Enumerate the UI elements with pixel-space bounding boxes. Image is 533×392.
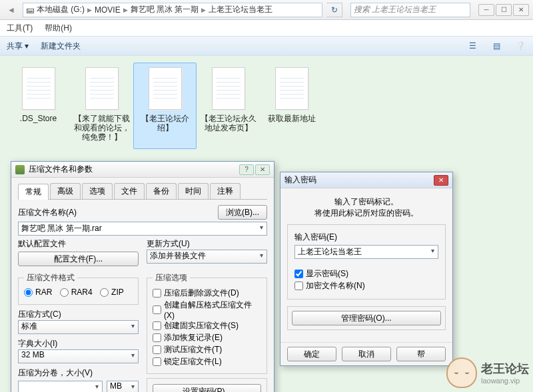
format-legend: 压缩文件格式 [24, 272, 77, 284]
watermark-face-icon [446, 357, 477, 388]
file-label: .DS_Store [20, 114, 57, 123]
menu-tools[interactable]: 工具(T) [7, 23, 33, 34]
set-password-button[interactable]: 设置密码(P)... [153, 384, 261, 392]
chevron-right-icon: ▶ [123, 7, 128, 13]
file-label: 获取最新地址 [268, 114, 316, 123]
menu-help[interactable]: 帮助(H) [45, 23, 72, 34]
split-size-input[interactable] [18, 381, 103, 393]
opt-lock[interactable]: 锁定压缩文件(L) [153, 356, 222, 367]
refresh-button[interactable]: ↻ [326, 3, 342, 17]
method-label: 压缩方式(C) [18, 309, 139, 320]
breadcrumb[interactable]: 🖴 本地磁盘 (G:) ▶ MOVIE ▶ 舞艺吧 黑冰 第一期 ▶ 上老王论坛… [23, 3, 322, 17]
rar-tabstrip: 常规高级选项文件备份时间注释 [18, 183, 267, 200]
update-select[interactable]: 添加并替换文件 [147, 250, 267, 264]
file-icon [275, 67, 308, 110]
pwd-titlebar[interactable]: 输入密码 ✕ [280, 172, 452, 188]
crumb-drive[interactable]: 本地磁盘 (G:) [37, 4, 85, 15]
file-item[interactable]: 【老王论坛介绍】 [133, 63, 197, 149]
pwd-label: 输入密码(E) [294, 232, 438, 243]
file-label: 【老王论坛永久地址发布页】 [199, 114, 258, 132]
rar-dialog: 压缩文件名和参数 ? ✕ 常规高级选项文件备份时间注释 压缩文件名称(A) 浏览… [11, 161, 274, 392]
dict-label: 字典大小(I) [18, 338, 139, 349]
pwd-title: 输入密码 [284, 174, 316, 186]
chevron-right-icon: ▶ [87, 7, 92, 13]
maximize-button[interactable]: ☐ [496, 4, 512, 16]
file-item[interactable]: .DS_Store [7, 63, 70, 149]
file-item[interactable]: 【老王论坛永久地址发布页】 [197, 63, 260, 149]
chevron-right-icon: ▶ [201, 7, 206, 13]
watermark-url: laowang.vip [481, 377, 520, 385]
radio-rar[interactable]: RAR [24, 288, 52, 297]
rar-titlebar[interactable]: 压缩文件名和参数 ? ✕ [11, 162, 274, 178]
view-list-icon[interactable]: ☰ [466, 40, 478, 52]
rar-tab[interactable]: 选项 [82, 183, 113, 199]
file-label: 【来了就能下载和观看的论坛，纯免费！】 [72, 114, 131, 142]
crumb-p1[interactable]: MOVIE [95, 5, 121, 15]
filename-input[interactable] [18, 222, 267, 236]
crumb-p2[interactable]: 舞艺吧 黑冰 第一期 [131, 4, 199, 15]
rar-tab[interactable]: 备份 [146, 183, 177, 199]
file-item[interactable]: 【来了就能下载和观看的论坛，纯免费！】 [70, 63, 133, 149]
menu-bar: 工具(T) 帮助(H) [0, 20, 533, 36]
pwd-close-button[interactable]: ✕ [434, 175, 448, 186]
pwd-input[interactable] [294, 245, 438, 259]
radio-zip[interactable]: ZIP [100, 288, 124, 297]
rar-tab[interactable]: 常规 [18, 184, 49, 200]
back-button[interactable]: ◄ [4, 3, 19, 17]
pwd-line1: 输入了密码标记。 [287, 196, 446, 208]
toolbar-newfolder[interactable]: 新建文件夹 [41, 41, 81, 52]
rar-tab[interactable]: 高级 [50, 183, 81, 199]
rar-tab[interactable]: 文件 [114, 183, 145, 199]
rar-app-icon [15, 165, 25, 174]
toolbar-share[interactable]: 共享 ▾ [7, 41, 29, 52]
file-icon [85, 67, 119, 110]
address-bar: ◄ 🖴 本地磁盘 (G:) ▶ MOVIE ▶ 舞艺吧 黑冰 第一期 ▶ 上老王… [0, 0, 533, 20]
manage-pwd-button[interactable]: 管理密码(O)... [292, 311, 441, 325]
watermark: 老王论坛 laowang.vip [446, 357, 529, 388]
window-controls: ─ ☐ ✕ [478, 4, 529, 16]
help-icon[interactable]: ❔ [514, 40, 526, 52]
pwd-help-button[interactable]: 帮 [396, 347, 446, 361]
rar-title: 压缩文件名和参数 [29, 164, 93, 175]
browse-button[interactable]: 浏览(B)... [218, 205, 267, 220]
file-icon [22, 67, 55, 110]
password-dialog: 输入密码 ✕ 输入了密码标记。 将使用此标记所对应的密码。 输入密码(E) 显示… [280, 172, 453, 366]
minimize-button[interactable]: ─ [478, 4, 494, 16]
opt-solid[interactable]: 创建固实压缩文件(S) [153, 320, 239, 331]
rar-help-button[interactable]: ? [239, 164, 254, 175]
dict-select[interactable]: 32 MB [18, 349, 139, 363]
pwd-cancel-button[interactable]: 取消 [342, 347, 391, 361]
search-input[interactable]: 搜索 上老王论坛当老王 [350, 3, 470, 17]
profile-button[interactable]: 配置文件(F)... [18, 252, 139, 266]
rar-tab[interactable]: 注释 [210, 183, 241, 199]
pwd-header: 输入了密码标记。 将使用此标记所对应的密码。 [287, 194, 446, 224]
watermark-title: 老王论坛 [481, 361, 529, 377]
toolbar: 共享 ▾ 新建文件夹 ☰ ▤ ❔ [0, 36, 533, 56]
rar-tab[interactable]: 时间 [178, 183, 209, 199]
rar-close-button[interactable]: ✕ [255, 164, 270, 175]
opt-recovery[interactable]: 添加恢复记录(E) [153, 332, 223, 343]
split-unit-select[interactable]: MB [107, 381, 139, 393]
close-button[interactable]: ✕ [513, 4, 529, 16]
view-details-icon[interactable]: ▤ [490, 40, 502, 52]
file-item[interactable]: 获取最新地址 [260, 63, 323, 149]
radio-rar4[interactable]: RAR4 [60, 288, 93, 297]
search-placeholder: 搜索 上老王论坛当老王 [354, 4, 436, 15]
pwd-line2: 将使用此标记所对应的密码。 [287, 208, 446, 219]
pwd-ok-button[interactable]: 确定 [287, 347, 336, 361]
file-label: 【老王论坛介绍】 [135, 114, 195, 132]
opt-delete-src[interactable]: 压缩后删除源文件(D) [153, 288, 239, 299]
options-group: 压缩选项 压缩后删除源文件(D) 创建自解压格式压缩文件(X) 创建固实压缩文件… [147, 272, 267, 374]
chk-show-pwd[interactable]: 显示密码(S) [294, 268, 348, 280]
profile-label: 默认配置文件 [18, 238, 139, 250]
split-label: 压缩为分卷，大小(V) [18, 367, 139, 379]
file-icon [149, 67, 182, 110]
chk-encrypt-names[interactable]: 加密文件名称(N) [294, 280, 365, 292]
method-select[interactable]: 标准 [18, 320, 139, 334]
opt-test[interactable]: 测试压缩文件(T) [153, 344, 222, 355]
drive-icon: 🖴 [26, 5, 34, 15]
filename-label: 压缩文件名称(A) [18, 207, 214, 218]
crumb-p3[interactable]: 上老王论坛当老王 [209, 4, 272, 15]
file-icon [212, 67, 245, 110]
opt-sfx[interactable]: 创建自解压格式压缩文件(X) [153, 299, 256, 320]
